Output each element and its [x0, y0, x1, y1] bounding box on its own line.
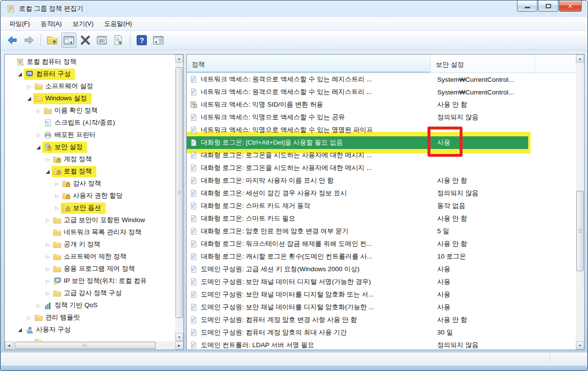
tree-expanded-icon[interactable]: [16, 73, 24, 76]
tree-collapsed-icon[interactable]: ▷: [44, 254, 52, 260]
tree-item[interactable]: 네트워크 목록 관리자 정책: [5, 226, 175, 239]
tree-item-body[interactable]: 응용 프로그램 제어 정책: [52, 263, 139, 275]
policy-row[interactable]: 1001네트워크 액세스: 원격으로 액세스할 수 있는 레지스트리 ...Sy…: [187, 86, 576, 98]
tree-item-body[interactable]: 네트워크 목록 관리자 정책: [52, 227, 146, 238]
show-console-tree-icon[interactable]: [61, 33, 76, 48]
tree-collapsed-icon[interactable]: ▷: [53, 193, 61, 199]
tree-expanded-icon[interactable]: [25, 97, 33, 101]
up-one-level-icon[interactable]: [45, 33, 60, 48]
policy-row[interactable]: 1001네트워크 액세스: 익명으로 액세스할 수 있는 공유정의되지 않음: [187, 111, 576, 124]
scroll-up-icon[interactable]: ▲: [576, 55, 584, 63]
menu-item-2[interactable]: 동작(A): [36, 18, 67, 30]
policy-row[interactable]: 네트워크 액세스: 익명 SID/이름 변환 허용사용 안 함: [187, 98, 576, 111]
export-list-icon[interactable]: [111, 33, 126, 48]
tree-scrollbar-thumb[interactable]: [176, 67, 183, 318]
policy-row[interactable]: 1001대화형 로그온: 로그온을 시도하는 사용자에 대한 메시지 ...: [187, 149, 576, 162]
tree-item[interactable]: ▷IP 보안 정책(위치: 로컬 컴퓨: [5, 275, 175, 287]
maximize-button[interactable]: [538, 0, 558, 12]
tree-item-highlighted[interactable]: 보안 옵션: [61, 203, 106, 214]
tree-item-body[interactable]: 소프트웨어 제한 정책: [52, 251, 131, 262]
policy-row-selected[interactable]: 1001대화형 로그온: [Ctrl+Alt+Del]을 사용할 필요 없음사용: [187, 136, 576, 149]
scroll-right-icon[interactable]: ▶: [175, 341, 183, 350]
tree-item[interactable]: ▷소프트웨어 제한 정책: [5, 251, 175, 263]
tree-item[interactable]: 스크립트 (시작/종료): [5, 117, 175, 129]
tree-item-body[interactable]: 감사 정책: [61, 178, 106, 189]
tree-item[interactable]: ▷배포된 프린터: [5, 129, 175, 141]
policy-row[interactable]: 1001대화형 로그온: 스마트 카드 필요사용 안 함: [187, 212, 576, 225]
tree-collapsed-icon[interactable]: ▷: [25, 84, 33, 89]
tree-item[interactable]: ▷감사 정책: [5, 178, 175, 190]
tree-collapsed-icon[interactable]: ▷: [35, 303, 42, 308]
tree-item[interactable]: ▷계정 정책: [5, 153, 175, 166]
tree-collapsed-icon[interactable]: ▷: [53, 205, 61, 211]
delete-icon[interactable]: [78, 33, 93, 48]
tree-item[interactable]: ▷소프트웨어 설정: [5, 80, 175, 93]
back-icon[interactable]: [5, 33, 20, 48]
tree-hscrollbar-thumb[interactable]: [15, 342, 156, 349]
tree-expanded-icon[interactable]: [16, 328, 24, 332]
minimize-button[interactable]: [517, 0, 537, 12]
tree-item-body[interactable]: 배포된 프린터: [42, 130, 100, 141]
policy-row[interactable]: 1001대화형 로그온: 암호 만료 전에 암호 변경 여부 묻기5 일: [187, 225, 576, 238]
tree-collapsed-icon[interactable]: ▷: [35, 132, 42, 138]
tree-item-body[interactable]: 관리 템플릿: [33, 312, 84, 323]
policy-row[interactable]: 1001대화형 로그온: 캐시할 로그온 횟수(도메인 컨트롤러를 사...10…: [187, 250, 576, 263]
tree-item-body[interactable]: 사용자 권한 할당: [61, 190, 127, 202]
tree-item-body[interactable]: 계정 정책: [52, 154, 96, 165]
tree-expanded-icon[interactable]: [44, 170, 52, 174]
policy-row[interactable]: 1001대화형 로그온: 마지막 사용자 이름 표시 안 함사용 안 함: [187, 174, 576, 187]
scroll-left-icon[interactable]: ◀: [5, 341, 13, 350]
tree-item-body[interactable]: 소프트웨어 설정: [33, 81, 97, 92]
tree-item-highlighted[interactable]: Windows 설정: [33, 93, 91, 104]
tree-item-body[interactable]: 정책 기반 QoS: [42, 300, 102, 311]
tree-item-body[interactable]: 공개 키 정책: [52, 239, 105, 250]
tree-item[interactable]: 보안 설정: [5, 141, 175, 153]
tree-collapsed-icon[interactable]: ▷: [35, 108, 42, 113]
policy-row[interactable]: 1001대화형 로그온: 워크스테이션 잠금 해제를 위해 도메인 컨...사용…: [187, 238, 576, 250]
tree-expanded-icon[interactable]: [35, 146, 42, 149]
tree-item-body[interactable]: 로컬 컴퓨터 정책: [15, 56, 81, 68]
tree-item[interactable]: Windows 설정: [5, 93, 175, 105]
list-vertical-scrollbar[interactable]: ▲ ▼: [576, 55, 584, 350]
policy-row[interactable]: 1001도메인 구성원: 보안 채널 데이터 디지털 서명(가능한 경우)사용: [187, 276, 576, 288]
policy-row[interactable]: 1001도메인 구성원: 컴퓨터 계정 암호의 최대 사용 기간30 일: [187, 326, 576, 339]
tree-item[interactable]: [5, 336, 175, 341]
tree-item[interactable]: ▷고급 감사 정책 구성: [5, 287, 175, 299]
tree-item-body[interactable]: 이름 확인 정책: [42, 105, 102, 116]
policy-row[interactable]: 1001도메인 구성원: 보안 채널 데이터를 디지털 암호화(가능한 ...사…: [187, 301, 576, 314]
menu-item-1[interactable]: 파일(F): [4, 18, 36, 30]
tree-item-body[interactable]: 고급 보안이 포함된 Window: [52, 215, 149, 226]
tree-item[interactable]: 로컬 정책: [5, 166, 175, 178]
tree-item[interactable]: ▷정책 기반 QoS: [5, 299, 175, 312]
properties-icon[interactable]: [94, 33, 109, 48]
tree-item[interactable]: 컴퓨터 구성: [5, 68, 175, 80]
policy-row[interactable]: 1001도메인 컨트롤러: LDAP 서버 서명 필요정의되지 않음: [187, 339, 576, 350]
tree-collapsed-icon[interactable]: ▷: [44, 218, 52, 223]
tree-collapsed-icon[interactable]: ▷: [25, 315, 33, 320]
tree-collapsed-icon[interactable]: ▷: [53, 181, 61, 186]
tree-collapsed-icon[interactable]: ▷: [44, 242, 52, 247]
policy-row[interactable]: 1001대화형 로그온: 로그온을 시도하는 사용자에 대한 메시지 ...: [187, 162, 576, 174]
tree-item[interactable]: ▷고급 보안이 포함된 Window: [5, 214, 175, 226]
scroll-down-icon[interactable]: ▼: [576, 341, 584, 350]
policy-row[interactable]: 1001도메인 구성원: 컴퓨터 계정 암호 변경 사항 사용 안 함사용 안 …: [187, 314, 576, 326]
close-button[interactable]: ✕: [559, 0, 582, 12]
tree-item-highlighted[interactable]: 보안 설정: [42, 142, 87, 153]
tree-item[interactable]: 로컬 컴퓨터 정책: [5, 56, 175, 68]
policy-row[interactable]: 1001대화형 로그온: 세션이 잠긴 경우 사용자 정보 표시정의되지 않음: [187, 187, 576, 200]
scroll-up-icon[interactable]: ▲: [175, 55, 183, 63]
tree-item[interactable]: ▷응용 프로그램 제어 정책: [5, 263, 175, 275]
tree-item-body[interactable]: 사용자 구성: [24, 324, 75, 335]
policy-row[interactable]: 1001도메인 구성원: 보안 채널 데이터를 디지털 암호화 또는 서...사…: [187, 288, 576, 301]
tree-item[interactable]: ▷보안 옵션: [5, 202, 175, 214]
policy-row[interactable]: 1001네트워크 액세스: 원격으로 액세스할 수 있는 레지스트리 ...Sy…: [187, 73, 576, 86]
policy-row[interactable]: 1001네트워크 액세스: 익명으로 액세스할 수 있는 명명된 파이프: [187, 124, 576, 136]
tree-collapsed-icon[interactable]: ▷: [44, 157, 52, 162]
tree-item[interactable]: ▷관리 템플릿: [5, 312, 175, 324]
tree-collapsed-icon[interactable]: ▷: [44, 291, 52, 296]
tree-vertical-scrollbar[interactable]: ▲ ▼: [175, 55, 183, 341]
tree-item-highlighted[interactable]: 컴퓨터 구성: [24, 69, 75, 80]
menu-item-3[interactable]: 보기(V): [67, 18, 99, 30]
column-header-security-setting[interactable]: 보안 설정: [431, 55, 535, 73]
policy-row[interactable]: 1001대화형 로그온: 스마트 카드 제거 동작동작 없음: [187, 200, 576, 212]
